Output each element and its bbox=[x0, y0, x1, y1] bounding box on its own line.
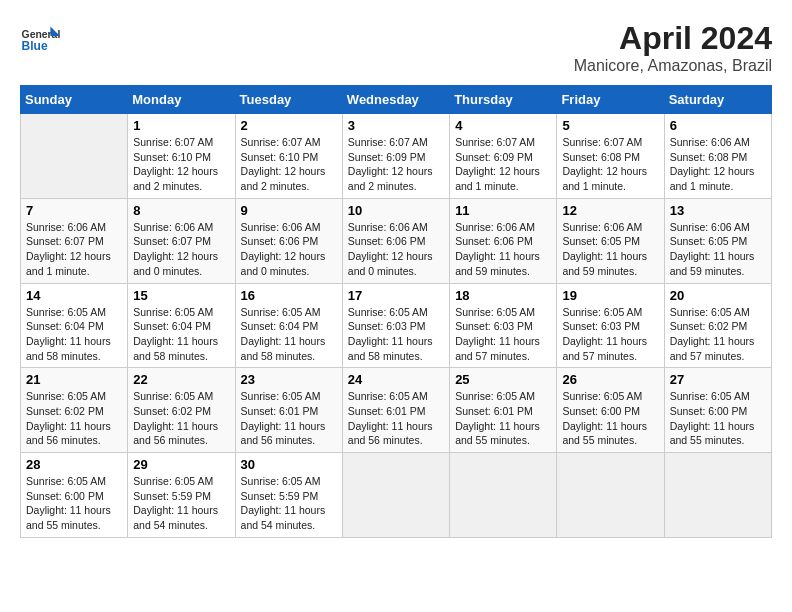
day-info: Sunrise: 6:07 AMSunset: 6:09 PMDaylight:… bbox=[455, 135, 551, 194]
calendar-cell: 30Sunrise: 6:05 AMSunset: 5:59 PMDayligh… bbox=[235, 453, 342, 538]
day-number: 12 bbox=[562, 203, 658, 218]
calendar-cell: 6Sunrise: 6:06 AMSunset: 6:08 PMDaylight… bbox=[664, 114, 771, 199]
calendar-cell: 27Sunrise: 6:05 AMSunset: 6:00 PMDayligh… bbox=[664, 368, 771, 453]
calendar-table: SundayMondayTuesdayWednesdayThursdayFrid… bbox=[20, 85, 772, 538]
calendar-cell: 24Sunrise: 6:05 AMSunset: 6:01 PMDayligh… bbox=[342, 368, 449, 453]
day-info: Sunrise: 6:07 AMSunset: 6:08 PMDaylight:… bbox=[562, 135, 658, 194]
calendar-week-5: 28Sunrise: 6:05 AMSunset: 6:00 PMDayligh… bbox=[21, 453, 772, 538]
day-number: 21 bbox=[26, 372, 122, 387]
day-info: Sunrise: 6:05 AMSunset: 6:04 PMDaylight:… bbox=[133, 305, 229, 364]
day-header-sunday: Sunday bbox=[21, 86, 128, 114]
calendar-cell: 7Sunrise: 6:06 AMSunset: 6:07 PMDaylight… bbox=[21, 198, 128, 283]
month-year: April 2024 bbox=[574, 20, 772, 57]
calendar-week-2: 7Sunrise: 6:06 AMSunset: 6:07 PMDaylight… bbox=[21, 198, 772, 283]
day-info: Sunrise: 6:05 AMSunset: 6:03 PMDaylight:… bbox=[455, 305, 551, 364]
day-info: Sunrise: 6:06 AMSunset: 6:06 PMDaylight:… bbox=[348, 220, 444, 279]
logo: General Blue bbox=[20, 20, 64, 60]
calendar-cell: 12Sunrise: 6:06 AMSunset: 6:05 PMDayligh… bbox=[557, 198, 664, 283]
day-info: Sunrise: 6:05 AMSunset: 6:00 PMDaylight:… bbox=[562, 389, 658, 448]
day-info: Sunrise: 6:06 AMSunset: 6:06 PMDaylight:… bbox=[455, 220, 551, 279]
calendar-cell bbox=[450, 453, 557, 538]
calendar-cell: 26Sunrise: 6:05 AMSunset: 6:00 PMDayligh… bbox=[557, 368, 664, 453]
day-info: Sunrise: 6:06 AMSunset: 6:07 PMDaylight:… bbox=[133, 220, 229, 279]
calendar-cell: 20Sunrise: 6:05 AMSunset: 6:02 PMDayligh… bbox=[664, 283, 771, 368]
calendar-cell: 16Sunrise: 6:05 AMSunset: 6:04 PMDayligh… bbox=[235, 283, 342, 368]
calendar-cell: 2Sunrise: 6:07 AMSunset: 6:10 PMDaylight… bbox=[235, 114, 342, 199]
day-number: 22 bbox=[133, 372, 229, 387]
calendar-header-row: SundayMondayTuesdayWednesdayThursdayFrid… bbox=[21, 86, 772, 114]
location: Manicore, Amazonas, Brazil bbox=[574, 57, 772, 75]
calendar-week-3: 14Sunrise: 6:05 AMSunset: 6:04 PMDayligh… bbox=[21, 283, 772, 368]
calendar-cell bbox=[557, 453, 664, 538]
day-info: Sunrise: 6:05 AMSunset: 6:02 PMDaylight:… bbox=[670, 305, 766, 364]
calendar-cell: 11Sunrise: 6:06 AMSunset: 6:06 PMDayligh… bbox=[450, 198, 557, 283]
day-number: 6 bbox=[670, 118, 766, 133]
day-info: Sunrise: 6:05 AMSunset: 6:04 PMDaylight:… bbox=[26, 305, 122, 364]
calendar-cell: 1Sunrise: 6:07 AMSunset: 6:10 PMDaylight… bbox=[128, 114, 235, 199]
day-number: 30 bbox=[241, 457, 337, 472]
calendar-cell: 25Sunrise: 6:05 AMSunset: 6:01 PMDayligh… bbox=[450, 368, 557, 453]
day-number: 9 bbox=[241, 203, 337, 218]
day-number: 19 bbox=[562, 288, 658, 303]
calendar-cell: 5Sunrise: 6:07 AMSunset: 6:08 PMDaylight… bbox=[557, 114, 664, 199]
day-number: 27 bbox=[670, 372, 766, 387]
day-info: Sunrise: 6:06 AMSunset: 6:05 PMDaylight:… bbox=[562, 220, 658, 279]
day-info: Sunrise: 6:07 AMSunset: 6:09 PMDaylight:… bbox=[348, 135, 444, 194]
calendar-cell bbox=[21, 114, 128, 199]
day-number: 16 bbox=[241, 288, 337, 303]
calendar-cell: 8Sunrise: 6:06 AMSunset: 6:07 PMDaylight… bbox=[128, 198, 235, 283]
day-header-tuesday: Tuesday bbox=[235, 86, 342, 114]
calendar-body: 1Sunrise: 6:07 AMSunset: 6:10 PMDaylight… bbox=[21, 114, 772, 538]
day-number: 17 bbox=[348, 288, 444, 303]
calendar-cell: 18Sunrise: 6:05 AMSunset: 6:03 PMDayligh… bbox=[450, 283, 557, 368]
day-number: 2 bbox=[241, 118, 337, 133]
day-number: 1 bbox=[133, 118, 229, 133]
day-info: Sunrise: 6:05 AMSunset: 6:03 PMDaylight:… bbox=[348, 305, 444, 364]
day-info: Sunrise: 6:05 AMSunset: 6:00 PMDaylight:… bbox=[670, 389, 766, 448]
day-info: Sunrise: 6:07 AMSunset: 6:10 PMDaylight:… bbox=[133, 135, 229, 194]
day-header-friday: Friday bbox=[557, 86, 664, 114]
day-info: Sunrise: 6:06 AMSunset: 6:08 PMDaylight:… bbox=[670, 135, 766, 194]
day-info: Sunrise: 6:05 AMSunset: 5:59 PMDaylight:… bbox=[241, 474, 337, 533]
day-info: Sunrise: 6:05 AMSunset: 6:00 PMDaylight:… bbox=[26, 474, 122, 533]
calendar-cell: 9Sunrise: 6:06 AMSunset: 6:06 PMDaylight… bbox=[235, 198, 342, 283]
day-number: 8 bbox=[133, 203, 229, 218]
day-number: 29 bbox=[133, 457, 229, 472]
calendar-cell: 15Sunrise: 6:05 AMSunset: 6:04 PMDayligh… bbox=[128, 283, 235, 368]
svg-text:Blue: Blue bbox=[22, 39, 48, 53]
calendar-cell: 3Sunrise: 6:07 AMSunset: 6:09 PMDaylight… bbox=[342, 114, 449, 199]
day-info: Sunrise: 6:05 AMSunset: 6:04 PMDaylight:… bbox=[241, 305, 337, 364]
calendar-cell: 14Sunrise: 6:05 AMSunset: 6:04 PMDayligh… bbox=[21, 283, 128, 368]
title-area: April 2024 Manicore, Amazonas, Brazil bbox=[574, 20, 772, 75]
day-number: 10 bbox=[348, 203, 444, 218]
calendar-cell bbox=[664, 453, 771, 538]
day-number: 25 bbox=[455, 372, 551, 387]
calendar-cell: 10Sunrise: 6:06 AMSunset: 6:06 PMDayligh… bbox=[342, 198, 449, 283]
calendar-cell: 17Sunrise: 6:05 AMSunset: 6:03 PMDayligh… bbox=[342, 283, 449, 368]
day-number: 15 bbox=[133, 288, 229, 303]
day-info: Sunrise: 6:07 AMSunset: 6:10 PMDaylight:… bbox=[241, 135, 337, 194]
calendar-cell: 4Sunrise: 6:07 AMSunset: 6:09 PMDaylight… bbox=[450, 114, 557, 199]
day-number: 24 bbox=[348, 372, 444, 387]
day-info: Sunrise: 6:05 AMSunset: 6:01 PMDaylight:… bbox=[241, 389, 337, 448]
calendar-week-4: 21Sunrise: 6:05 AMSunset: 6:02 PMDayligh… bbox=[21, 368, 772, 453]
day-info: Sunrise: 6:05 AMSunset: 6:03 PMDaylight:… bbox=[562, 305, 658, 364]
day-number: 18 bbox=[455, 288, 551, 303]
day-number: 28 bbox=[26, 457, 122, 472]
day-info: Sunrise: 6:06 AMSunset: 6:06 PMDaylight:… bbox=[241, 220, 337, 279]
day-number: 4 bbox=[455, 118, 551, 133]
calendar-cell: 21Sunrise: 6:05 AMSunset: 6:02 PMDayligh… bbox=[21, 368, 128, 453]
day-info: Sunrise: 6:05 AMSunset: 5:59 PMDaylight:… bbox=[133, 474, 229, 533]
logo-icon: General Blue bbox=[20, 20, 60, 60]
day-number: 20 bbox=[670, 288, 766, 303]
calendar-cell: 13Sunrise: 6:06 AMSunset: 6:05 PMDayligh… bbox=[664, 198, 771, 283]
calendar-cell: 28Sunrise: 6:05 AMSunset: 6:00 PMDayligh… bbox=[21, 453, 128, 538]
day-header-thursday: Thursday bbox=[450, 86, 557, 114]
calendar-week-1: 1Sunrise: 6:07 AMSunset: 6:10 PMDaylight… bbox=[21, 114, 772, 199]
day-number: 26 bbox=[562, 372, 658, 387]
calendar-cell bbox=[342, 453, 449, 538]
calendar-cell: 22Sunrise: 6:05 AMSunset: 6:02 PMDayligh… bbox=[128, 368, 235, 453]
day-number: 14 bbox=[26, 288, 122, 303]
calendar-cell: 29Sunrise: 6:05 AMSunset: 5:59 PMDayligh… bbox=[128, 453, 235, 538]
day-info: Sunrise: 6:05 AMSunset: 6:01 PMDaylight:… bbox=[348, 389, 444, 448]
